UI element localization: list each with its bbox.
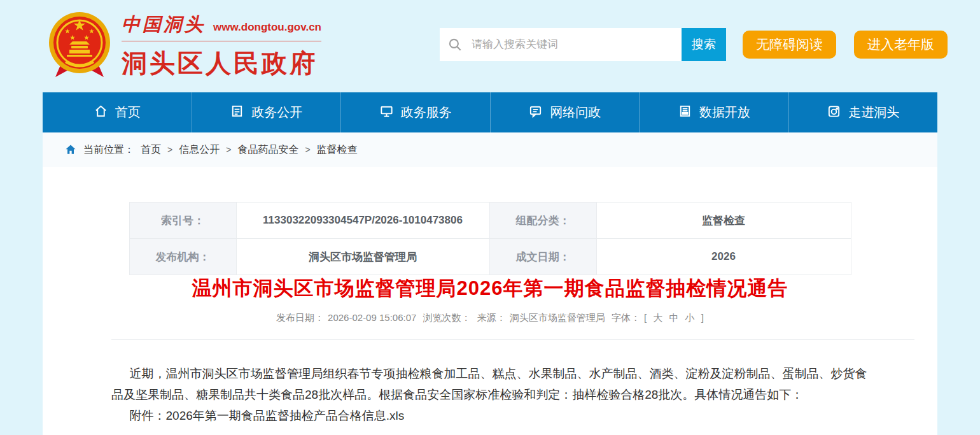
info-label-issue-date: 成文日期： [489, 239, 596, 275]
info-value-index-number: 11330322093304547P/2026-1010473806 [236, 203, 489, 239]
site-logo-link[interactable]: 中国洞头 www.dongtou.gov.cn 洞头区人民政府 [46, 11, 321, 82]
camera-icon [827, 104, 841, 122]
info-label-publisher: 发布机构： [129, 239, 236, 275]
font-size-large-button[interactable]: 大 [653, 312, 662, 323]
breadcrumb-separator: > [226, 145, 231, 155]
brand-name: 中国洞头 [122, 12, 206, 38]
breadcrumb-separator: > [167, 145, 172, 155]
breadcrumb-home-icon [64, 143, 77, 156]
logo-row-brand: 中国洞头 www.dongtou.gov.cn [122, 12, 321, 41]
document-content: 索引号： 11330322093304547P/2026-1010473806 … [43, 167, 937, 435]
nav-item-open-data[interactable]: 数据开放 [639, 92, 788, 132]
attachment-link[interactable]: 2026年第一期食品监督抽检产品合格信息.xls [166, 409, 405, 422]
nav-label: 网络问政 [550, 104, 601, 121]
breadcrumb-item-food-drug-safety[interactable]: 食品药品安全 [237, 143, 298, 157]
main-nav: 首页 政务公开 政务服务 [43, 92, 937, 132]
search-icon [440, 36, 470, 53]
table-row: 发布机构： 洞头区市场监督管理局 成文日期： 2026 [129, 239, 851, 275]
nav-label: 政务公开 [251, 104, 302, 121]
info-label-category: 组配分类： [489, 203, 596, 239]
document-icon [230, 104, 244, 122]
views-label: 浏览次数： [423, 312, 471, 323]
page-container: 中国洞头 www.dongtou.gov.cn 洞头区人民政府 搜索 无障碍阅读… [43, 0, 937, 435]
breadcrumb-prefix: 当前位置： [83, 143, 134, 157]
site-header: 中国洞头 www.dongtou.gov.cn 洞头区人民政府 搜索 无障碍阅读… [43, 0, 937, 92]
info-value-issue-date: 2026 [596, 239, 851, 275]
national-emblem-icon [46, 11, 113, 82]
nav-label: 首页 [115, 104, 141, 121]
font-bracket-close: ] [701, 312, 704, 323]
page-title: 温州市洞头区市场监督管理局2026年第一期食品监督抽检情况通告 [62, 275, 918, 302]
publish-date-label: 发布日期： [276, 312, 324, 323]
font-size-label: 字体： [612, 312, 640, 323]
attachment-label: 附件： [130, 409, 166, 422]
content-divider [111, 339, 914, 340]
font-bracket-open: [ [644, 312, 647, 323]
info-value-publisher: 洞头区市场监督管理局 [236, 239, 489, 275]
accessibility-reading-button[interactable]: 无障碍阅读 [743, 31, 836, 59]
search-input[interactable] [470, 28, 682, 61]
info-value-category: 监督检查 [596, 203, 851, 239]
nav-label: 数据开放 [699, 104, 750, 121]
monitor-icon [379, 104, 394, 122]
nav-item-government-services[interactable]: 政务服务 [340, 92, 490, 132]
source-label: 来源： [477, 312, 506, 323]
site-url: www.dongtou.gov.cn [213, 21, 321, 34]
nav-label: 政务服务 [401, 104, 452, 121]
document-body: 近期，温州市洞头区市场监督管理局组织春节专项抽检粮食加工品、糕点、水果制品、水产… [111, 363, 874, 426]
elderly-version-button[interactable]: 进入老年版 [854, 31, 948, 59]
table-row: 索引号： 11330322093304547P/2026-1010473806 … [129, 203, 851, 239]
header-actions: 搜索 无障碍阅读 进入老年版 [440, 28, 948, 61]
nav-item-home[interactable]: 首页 [43, 92, 192, 132]
search-button[interactable]: 搜索 [682, 28, 726, 61]
site-name: 洞头区人民政府 [122, 46, 321, 81]
document-meta: 发布日期：2026-02-09 15:06:07 浏览次数： 来源：洞头区市场监… [43, 312, 937, 324]
nav-item-about-dongtou[interactable]: 走进洞头 [788, 92, 938, 132]
nav-item-government-info[interactable]: 政务公开 [192, 92, 341, 132]
source-value: 洞头区市场监督管理局 [510, 312, 605, 323]
body-paragraph: 近期，温州市洞头区市场监督管理局组织春节专项抽检粮食加工品、糕点、水果制品、水产… [111, 363, 874, 405]
info-label-index-number: 索引号： [129, 203, 236, 239]
breadcrumb-item-info-disclosure[interactable]: 信息公开 [179, 143, 220, 157]
publish-date: 2026-02-09 15:06:07 [328, 312, 416, 323]
breadcrumb: 当前位置： 首页 > 信息公开 > 食品药品安全 > 监督检查 [43, 132, 937, 167]
font-size-medium-button[interactable]: 中 [669, 312, 678, 323]
search-box: 搜索 [440, 28, 726, 61]
home-icon [94, 104, 108, 122]
document-info-table: 索引号： 11330322093304547P/2026-1010473806 … [129, 202, 851, 275]
chat-icon [528, 104, 543, 122]
nav-item-online-politics[interactable]: 网络问政 [490, 92, 640, 132]
nav-label: 走进洞头 [848, 104, 899, 121]
breadcrumb-item-home[interactable]: 首页 [141, 143, 161, 157]
font-size-small-button[interactable]: 小 [685, 312, 695, 323]
breadcrumb-separator: > [305, 145, 310, 155]
breadcrumb-item-supervision[interactable]: 监督检查 [317, 143, 358, 157]
data-icon [678, 104, 692, 122]
attachment-line: 附件：2026年第一期食品监督抽检产品合格信息.xls [111, 405, 874, 426]
logo-text: 中国洞头 www.dongtou.gov.cn 洞头区人民政府 [122, 12, 321, 81]
